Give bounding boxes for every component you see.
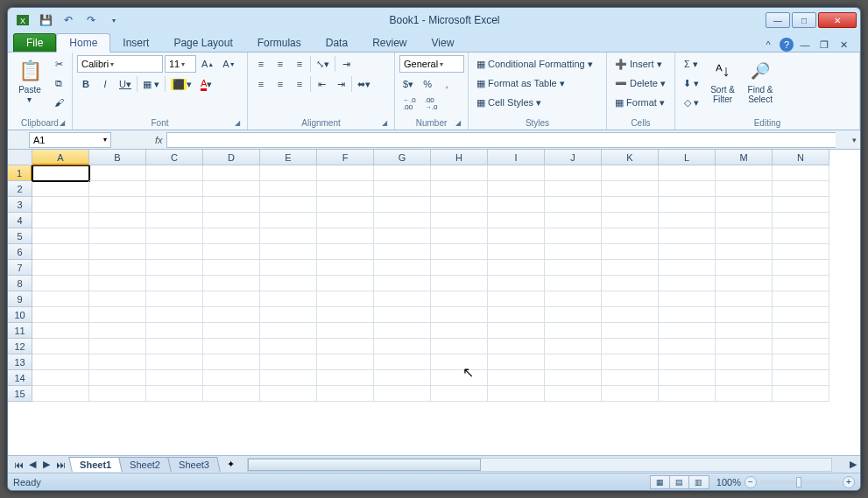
cell-J11[interactable] <box>545 323 602 339</box>
cell-N7[interactable] <box>773 260 829 276</box>
cell-A4[interactable] <box>32 213 89 228</box>
cell-I12[interactable] <box>488 339 545 354</box>
font-name-combo[interactable]: Calibri▾ <box>77 55 163 73</box>
zoom-slider[interactable] <box>760 480 839 484</box>
row-header-6[interactable]: 6 <box>8 244 32 260</box>
column-header-E[interactable]: E <box>260 150 317 165</box>
sort-filter-button[interactable]: ᴬ↓ Sort & Filter <box>705 55 740 106</box>
cell-D10[interactable] <box>203 307 260 323</box>
cell-M2[interactable] <box>716 181 773 197</box>
cell-D11[interactable] <box>203 323 260 339</box>
cell-A13[interactable] <box>32 354 89 370</box>
cell-G7[interactable] <box>374 260 431 276</box>
align-bottom-icon[interactable]: ≡ <box>291 55 308 73</box>
cell-J3[interactable] <box>545 197 602 213</box>
cell-J13[interactable] <box>545 354 602 370</box>
cell-C14[interactable] <box>146 370 203 386</box>
close-button[interactable]: ✕ <box>818 12 857 28</box>
tab-insert[interactable]: Insert <box>110 34 161 52</box>
cell-L15[interactable] <box>659 386 716 402</box>
font-launcher-icon[interactable]: ◢ <box>232 117 243 128</box>
cell-D2[interactable] <box>203 181 260 197</box>
cell-A12[interactable] <box>32 339 89 354</box>
cell-F11[interactable] <box>317 323 374 339</box>
cell-A6[interactable] <box>32 244 89 260</box>
column-header-D[interactable]: D <box>203 150 260 165</box>
row-header-15[interactable]: 15 <box>8 386 32 402</box>
cell-E11[interactable] <box>260 323 317 339</box>
cell-L10[interactable] <box>659 307 716 323</box>
cell-H15[interactable] <box>431 386 488 402</box>
cell-E4[interactable] <box>260 213 317 228</box>
cell-H12[interactable] <box>431 339 488 354</box>
sheet-nav-prev-icon[interactable]: ◀ <box>25 458 39 472</box>
zoom-out-icon[interactable]: − <box>745 476 757 488</box>
cell-E14[interactable] <box>260 370 317 386</box>
row-header-8[interactable]: 8 <box>8 276 32 291</box>
cell-A10[interactable] <box>32 307 89 323</box>
tab-review[interactable]: Review <box>360 34 419 52</box>
cell-C7[interactable] <box>146 260 203 276</box>
cell-D4[interactable] <box>203 213 260 228</box>
cell-M3[interactable] <box>716 197 773 213</box>
cell-G13[interactable] <box>374 354 431 370</box>
cell-A2[interactable] <box>32 181 89 197</box>
cell-E7[interactable] <box>260 260 317 276</box>
cell-G14[interactable] <box>374 370 431 386</box>
cell-G3[interactable] <box>374 197 431 213</box>
cell-N15[interactable] <box>773 386 829 402</box>
cell-M10[interactable] <box>716 307 773 323</box>
cell-J12[interactable] <box>545 339 602 354</box>
cell-H2[interactable] <box>431 181 488 197</box>
page-break-view-icon[interactable]: ▥ <box>689 476 709 488</box>
cell-E9[interactable] <box>260 291 317 307</box>
cell-C4[interactable] <box>146 213 203 228</box>
conditional-formatting-button[interactable]: ▦ Conditional Formatting ▾ <box>473 55 602 73</box>
cell-E3[interactable] <box>260 197 317 213</box>
cell-C5[interactable] <box>146 228 203 244</box>
cell-N4[interactable] <box>773 213 829 228</box>
cell-B10[interactable] <box>89 307 146 323</box>
cell-E1[interactable] <box>260 165 317 181</box>
increase-indent-icon[interactable]: ⇥ <box>332 75 349 93</box>
cell-B7[interactable] <box>89 260 146 276</box>
cell-I7[interactable] <box>488 260 545 276</box>
cell-F15[interactable] <box>317 386 374 402</box>
maximize-button[interactable]: □ <box>792 12 816 28</box>
merge-center-icon[interactable]: ⬌▾ <box>354 75 374 93</box>
percent-format-icon[interactable]: % <box>419 75 436 93</box>
cell-N10[interactable] <box>773 307 829 323</box>
underline-button[interactable]: U ▾ <box>116 75 135 93</box>
number-format-combo[interactable]: General▾ <box>399 55 464 73</box>
cell-M9[interactable] <box>716 291 773 307</box>
cell-I11[interactable] <box>488 323 545 339</box>
cell-H5[interactable] <box>431 228 488 244</box>
cell-L1[interactable] <box>659 165 716 181</box>
increase-decimal-icon[interactable]: ←.0 .00 <box>399 95 420 113</box>
cell-M8[interactable] <box>716 276 773 291</box>
cell-F1[interactable] <box>317 165 374 181</box>
number-launcher-icon[interactable]: ◢ <box>453 117 463 128</box>
cell-I10[interactable] <box>488 307 545 323</box>
cell-L2[interactable] <box>659 181 716 197</box>
cell-H3[interactable] <box>431 197 488 213</box>
new-sheet-icon[interactable]: ✦ <box>222 458 240 472</box>
cell-F3[interactable] <box>317 197 374 213</box>
insert-cells-button[interactable]: ➕ Insert ▾ <box>611 55 670 73</box>
cell-J5[interactable] <box>545 228 602 244</box>
hscroll-right-icon[interactable]: ▶ <box>846 458 860 472</box>
cell-J4[interactable] <box>545 213 602 228</box>
tab-page-layout[interactable]: Page Layout <box>161 34 244 52</box>
cell-I13[interactable] <box>488 354 545 370</box>
cell-F7[interactable] <box>317 260 374 276</box>
decrease-indent-icon[interactable]: ⇤ <box>313 75 330 93</box>
row-header-12[interactable]: 12 <box>8 339 32 354</box>
cell-B15[interactable] <box>89 386 146 402</box>
cell-B2[interactable] <box>89 181 146 197</box>
sheet-tab-1[interactable]: Sheet1 <box>68 457 123 472</box>
cell-L8[interactable] <box>659 276 716 291</box>
cell-F12[interactable] <box>317 339 374 354</box>
cell-K8[interactable] <box>602 276 659 291</box>
cell-E2[interactable] <box>260 181 317 197</box>
fx-icon[interactable]: fx <box>152 135 166 145</box>
